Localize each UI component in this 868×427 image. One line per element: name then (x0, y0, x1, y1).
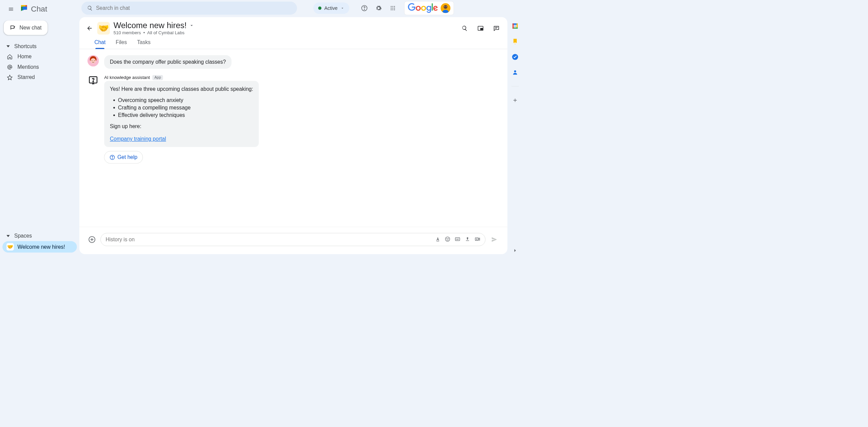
get-help-button[interactable]: Get help (104, 151, 143, 164)
svg-point-22 (92, 60, 92, 61)
main-menu-button[interactable] (6, 4, 16, 14)
plus-icon (512, 97, 518, 103)
tab-tasks[interactable]: Tasks (137, 39, 151, 49)
svg-point-32 (447, 239, 447, 239)
format-icon (435, 237, 440, 242)
search-icon (461, 25, 468, 31)
chat-logo: Chat (20, 4, 47, 15)
svg-point-8 (394, 8, 395, 9)
menu-icon (8, 6, 14, 12)
chevron-down-icon (340, 6, 344, 10)
tasks-icon (512, 54, 518, 60)
google-logo-icon (408, 3, 438, 13)
google-account-chip[interactable] (404, 1, 454, 15)
thread-icon (493, 25, 499, 31)
space-tabs: Chat Files Tasks (79, 36, 507, 49)
shortcuts-section-header[interactable]: Shortcuts (2, 41, 77, 52)
sidebar-item-mentions[interactable]: Mentions (2, 62, 77, 72)
get-addons-button[interactable] (511, 97, 519, 104)
rail-divider (511, 86, 519, 86)
arrow-left-icon (86, 25, 93, 32)
back-button[interactable] (85, 24, 94, 32)
gif-icon: GIF (455, 237, 460, 242)
svg-point-13 (444, 5, 448, 9)
svg-text:GIF: GIF (456, 238, 459, 240)
svg-rect-17 (480, 28, 482, 30)
gif-button[interactable]: GIF (455, 237, 460, 243)
calendar-app-button[interactable]: 31 (511, 22, 519, 30)
settings-button[interactable] (374, 3, 383, 13)
status-label: Active (324, 5, 337, 11)
list-item: Overcoming speech anxiety (118, 97, 253, 103)
emoji-icon (445, 237, 450, 242)
home-icon (7, 54, 13, 60)
send-button[interactable] (490, 235, 499, 244)
help-icon (361, 5, 368, 11)
create-meet-button[interactable] (475, 237, 480, 243)
chevron-down-icon (189, 23, 195, 28)
contacts-app-button[interactable] (511, 69, 519, 76)
tasks-app-button[interactable] (511, 53, 519, 61)
svg-point-4 (392, 6, 393, 7)
spaces-section-header[interactable]: Spaces (2, 231, 77, 241)
svg-point-10 (392, 9, 393, 11)
spaces-label: Spaces (14, 233, 32, 239)
upload-button[interactable] (465, 237, 470, 243)
sidebar-item-starred[interactable]: Starred (2, 72, 77, 83)
svg-point-3 (391, 6, 392, 7)
svg-point-27 (112, 158, 113, 159)
emoji-button[interactable] (445, 237, 450, 243)
handshake-icon: 🤝 (98, 23, 109, 33)
send-icon (491, 236, 498, 243)
format-button[interactable] (435, 237, 440, 243)
svg-point-21 (91, 58, 96, 63)
sidebar-space-welcome-new-hires[interactable]: 🤝 Welcome new hires! (2, 241, 77, 253)
apps-button[interactable] (388, 3, 398, 13)
app-badge: App (152, 75, 163, 80)
svg-point-15 (446, 6, 447, 7)
user-avatar[interactable] (441, 3, 451, 13)
svg-point-23 (94, 60, 95, 61)
handshake-icon: 🤝 (6, 243, 14, 251)
space-search-button[interactable] (460, 23, 470, 33)
upload-icon (465, 237, 470, 242)
compose-input[interactable] (105, 237, 435, 243)
side-panel-rail: 31 (509, 0, 521, 256)
user-message-avatar (87, 55, 99, 67)
search-field[interactable] (81, 2, 297, 15)
training-portal-link[interactable]: Company training portal (110, 136, 166, 142)
new-chat-label: New chat (20, 25, 42, 31)
list-item: Effective delivery techniques (118, 112, 253, 119)
svg-point-25 (93, 81, 94, 82)
user-message-bubble: Does the company offer public speaking c… (104, 55, 232, 69)
calendar-icon: 31 (512, 23, 518, 29)
collapse-panel-button[interactable] (511, 249, 519, 256)
svg-rect-43 (513, 23, 514, 28)
thread-panel-button[interactable] (492, 23, 501, 33)
chevron-right-icon (512, 248, 518, 253)
space-title-button[interactable]: Welcome new hires! (114, 21, 194, 30)
keep-app-button[interactable] (511, 38, 519, 45)
message-row: Does the company offer public speaking c… (87, 55, 499, 69)
tab-files[interactable]: Files (116, 39, 127, 49)
status-selector[interactable]: Active (313, 2, 349, 14)
new-chat-button[interactable]: New chat (4, 21, 48, 35)
status-dot-icon (318, 6, 321, 10)
svg-point-47 (514, 70, 516, 73)
tab-chat[interactable]: Chat (94, 39, 105, 49)
compose-add-button[interactable] (87, 235, 96, 244)
message-author: AI knowledge assistant App (104, 75, 259, 80)
svg-point-0 (9, 66, 11, 68)
pip-button[interactable] (476, 23, 486, 33)
picture-in-picture-icon (477, 25, 484, 31)
keep-icon (512, 38, 518, 45)
search-input[interactable] (96, 5, 291, 12)
sidebar-item-label: Welcome new hires! (18, 244, 65, 250)
compose-input-box[interactable]: GIF (100, 233, 485, 246)
app-name: Chat (31, 5, 47, 14)
sidebar-item-home[interactable]: Home (2, 52, 77, 62)
at-icon (7, 64, 13, 70)
svg-point-9 (391, 9, 392, 11)
topbar: Active (79, 0, 509, 16)
help-button[interactable] (359, 3, 369, 13)
